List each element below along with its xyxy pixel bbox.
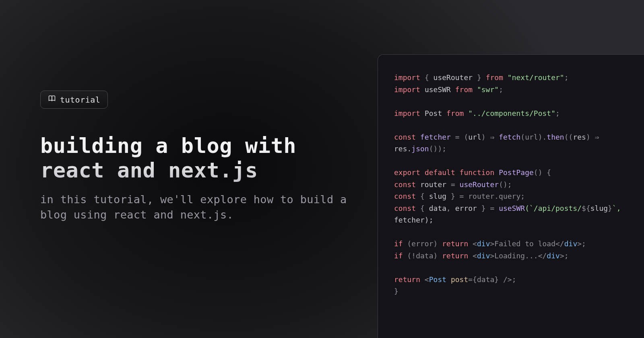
code-block: import { useRouter } from "next/router";…	[394, 72, 630, 297]
book-icon	[48, 95, 56, 105]
badge-label: tutorial	[60, 95, 100, 105]
tutorial-badge: tutorial	[40, 91, 108, 109]
page-subtitle: in this tutorial, we'll explore how to b…	[40, 192, 354, 223]
page-title: building a blog with react and next.js	[40, 134, 354, 183]
code-panel: import { useRouter } from "next/router";…	[378, 54, 644, 338]
